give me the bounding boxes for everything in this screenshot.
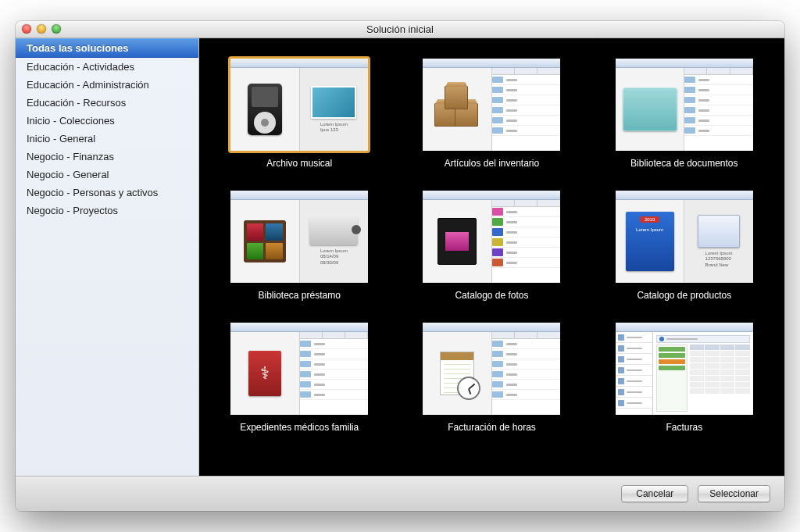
timesheet-icon	[440, 352, 474, 395]
select-button[interactable]: Seleccionar	[698, 485, 770, 502]
sidebar-item[interactable]: Educación - Administración	[16, 76, 198, 94]
template-grid-area: Lorem IpsumIpus 123 Archivo musical Artí…	[199, 38, 784, 476]
template-thumbnail: Lorem Ipsum08/14/0908/30/09	[230, 191, 368, 283]
product-box-icon	[698, 215, 740, 248]
template-item[interactable]: Artículos del inventario	[415, 59, 568, 169]
sidebar-item[interactable]: Negocio - General	[16, 166, 198, 184]
template-label: Catalogo de productos	[637, 290, 731, 301]
sidebar-item[interactable]: Educación - Recursos	[16, 94, 198, 112]
window-title: Solución inicial	[16, 23, 784, 35]
photo-album-icon	[438, 218, 477, 265]
clock-icon	[457, 377, 480, 400]
ipod-icon	[248, 84, 282, 135]
bookshelf-icon	[244, 220, 286, 262]
traffic-lights	[22, 24, 61, 34]
titlebar: Solución inicial	[16, 21, 784, 38]
sidebar-item[interactable]: Inicio - General	[16, 130, 198, 148]
template-grid: Lorem IpsumIpus 123 Archivo musical Artí…	[223, 59, 761, 433]
template-label: Biblioteca préstamo	[258, 290, 340, 301]
zoom-icon[interactable]	[52, 24, 61, 34]
invoice-icon	[653, 332, 753, 415]
template-label: Expedientes médicos familia	[240, 422, 359, 433]
content-area: Todas las solucionesEducación - Activida…	[16, 38, 784, 476]
sidebar-item[interactable]: Negocio - Proyectos	[16, 202, 198, 220]
medical-book-icon: ⚕	[248, 351, 281, 396]
template-thumbnail	[616, 59, 753, 151]
sidebar-item[interactable]: Negocio - Finanzas	[16, 148, 198, 166]
sidebar-item[interactable]: Todas las soluciones	[16, 38, 198, 58]
template-label: Artículos del inventario	[445, 158, 539, 169]
template-item[interactable]: 2010Lorem Ipsum Lorem Ipsum1237568900Bra…	[608, 191, 761, 301]
template-thumbnail: 2010Lorem Ipsum Lorem Ipsum1237568900Bra…	[616, 191, 753, 283]
template-thumbnail: ⚕	[230, 323, 368, 415]
footer: Cancelar Seleccionar	[16, 476, 784, 511]
boxes-icon	[431, 86, 483, 133]
template-label: Catalogo de fotos	[455, 290, 528, 301]
minimize-icon[interactable]	[37, 24, 46, 34]
folder-icon	[623, 87, 677, 131]
projector-icon	[309, 217, 358, 245]
dialog-window: Solución inicial Todas las solucionesEdu…	[16, 21, 784, 511]
template-label: Facturas	[666, 422, 702, 433]
sidebar-item[interactable]: Negocio - Personas y activos	[16, 184, 198, 202]
sidebar: Todas las solucionesEducación - Activida…	[16, 38, 199, 476]
template-item[interactable]: ⚕ Expedientes médicos familia	[223, 323, 376, 433]
template-label: Biblioteca de documentos	[630, 158, 738, 169]
sidebar-item[interactable]: Educación - Actividades	[16, 58, 198, 76]
close-icon[interactable]	[22, 24, 31, 34]
template-item[interactable]: Catalogo de fotos	[415, 191, 568, 301]
template-item[interactable]: Facturación de horas	[415, 323, 568, 433]
template-thumbnail: Lorem IpsumIpus 123	[230, 59, 368, 151]
cancel-button[interactable]: Cancelar	[621, 485, 688, 502]
template-item[interactable]: Lorem IpsumIpus 123 Archivo musical	[223, 59, 376, 169]
template-thumbnail	[423, 59, 560, 151]
catalog-card-icon: 2010Lorem Ipsum	[626, 212, 674, 271]
sidebar-item[interactable]: Inicio - Colecciones	[16, 112, 198, 130]
template-item[interactable]: Facturas	[608, 323, 761, 433]
caduceus-icon: ⚕	[260, 363, 270, 384]
template-thumbnail	[423, 323, 560, 415]
template-item[interactable]: Lorem Ipsum08/14/0908/30/09 Biblioteca p…	[223, 191, 376, 301]
album-art-icon	[311, 86, 356, 119]
template-thumbnail	[616, 323, 753, 415]
template-label: Archivo musical	[266, 158, 332, 169]
template-item[interactable]: Biblioteca de documentos	[608, 59, 761, 169]
template-thumbnail	[423, 191, 560, 283]
template-label: Facturación de horas	[448, 422, 536, 433]
